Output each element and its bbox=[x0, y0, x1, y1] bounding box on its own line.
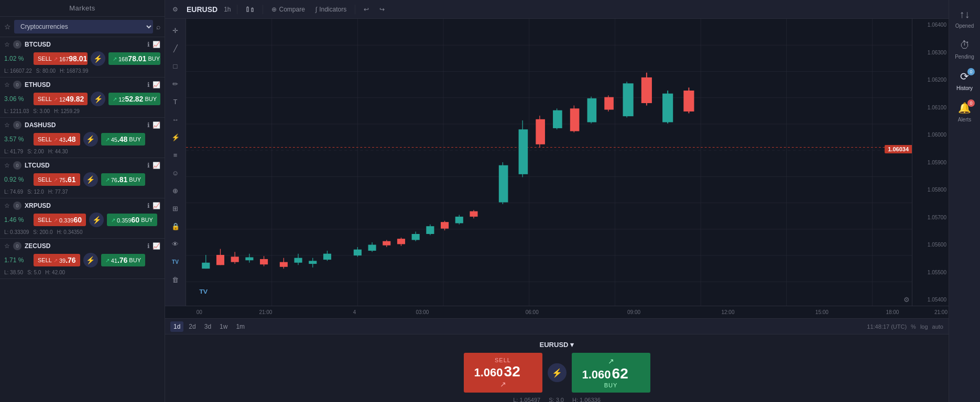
cursor-tool[interactable]: ✛ bbox=[167, 23, 184, 38]
market-info-ethusd[interactable]: ℹ bbox=[147, 81, 150, 88]
market-info-dashusd[interactable]: ℹ bbox=[147, 121, 150, 129]
layers-tool[interactable]: ⊞ bbox=[167, 201, 184, 216]
patterns-tool[interactable]: ⚡ bbox=[167, 130, 184, 144]
mid-btn-dashusd[interactable]: ⚡ bbox=[83, 132, 98, 147]
market-star-btcusd[interactable]: ☆ bbox=[4, 41, 10, 48]
trash-tool[interactable]: 🗑 bbox=[167, 272, 184, 287]
market-chart-ltcusd[interactable]: 📈 bbox=[153, 162, 160, 169]
search-button[interactable]: ⌕ bbox=[156, 23, 160, 31]
mid-btn-ltcusd[interactable]: ⚡ bbox=[83, 172, 98, 187]
history-sidebar-button[interactable]: ⟳ History 0 bbox=[949, 66, 980, 95]
sell-btn-ltcusd[interactable]: SELL ↗ 75.61 bbox=[34, 173, 80, 186]
market-low: L: 1211.03 bbox=[4, 108, 29, 114]
market-info-btcusd[interactable]: ℹ bbox=[147, 41, 150, 48]
sell-btn-dashusd[interactable]: SELL ↗ 43.48 bbox=[34, 133, 80, 146]
market-info-zecusd[interactable]: ℹ bbox=[147, 242, 150, 250]
undo-button[interactable]: ↩ bbox=[362, 5, 371, 14]
market-lsh-zecusd: L: 38.50 S: 5.0 H: 42.00 bbox=[4, 270, 160, 275]
redo-button[interactable]: ↪ bbox=[377, 5, 387, 14]
markets-title: Markets bbox=[69, 4, 95, 12]
chart-yaxis: 1.06400 1.06300 1.06200 1.06100 1.06000 … bbox=[912, 19, 949, 306]
sell-btn-zecusd[interactable]: SELL ↗ 39.76 bbox=[34, 254, 80, 266]
svg-rect-26 bbox=[202, 263, 210, 269]
sell-arrow-icon: ↗ bbox=[53, 217, 58, 223]
market-star-zecusd[interactable]: ☆ bbox=[4, 242, 10, 250]
mid-btn-ethusd[interactable]: ⚡ bbox=[91, 92, 105, 106]
mid-btn-xrpusd[interactable]: ⚡ bbox=[89, 213, 104, 227]
lock-tool[interactable]: 🔒 bbox=[167, 219, 184, 233]
trade-sell-button[interactable]: SELL 1.06032 ↗ bbox=[464, 353, 542, 393]
chart-type-icon[interactable] bbox=[244, 4, 256, 15]
timeframe-3d[interactable]: 3d bbox=[201, 321, 214, 332]
trade-sell-price-suffix: 32 bbox=[504, 363, 520, 380]
market-chart-zecusd[interactable]: 📈 bbox=[153, 242, 160, 250]
market-star-ltcusd[interactable]: ☆ bbox=[4, 162, 10, 169]
sell-btn-ethusd[interactable]: SELL ↗ 1249.82 bbox=[34, 93, 88, 105]
timeframe-2d[interactable]: 2d bbox=[186, 321, 199, 332]
market-icons-zecusd: ℹ 📈 bbox=[147, 242, 160, 250]
svg-rect-52 bbox=[412, 234, 420, 240]
buy-btn-dashusd[interactable]: ↗ 45.48 BUY bbox=[101, 133, 145, 146]
buy-btn-ethusd[interactable]: ↗ 1252.82 BUY bbox=[108, 93, 160, 105]
market-name-xrpusd: XRPUSD bbox=[25, 202, 51, 209]
text-tool[interactable]: T bbox=[167, 94, 184, 109]
market-spread: S: 200.0 bbox=[33, 229, 52, 235]
market-info-ltcusd[interactable]: ℹ bbox=[147, 162, 150, 169]
measure-tool[interactable]: ↔ bbox=[167, 112, 184, 127]
chart-settings-icon[interactable]: ⚙ bbox=[170, 5, 180, 14]
trade-buy-button[interactable]: ↗ 1.06062 BUY bbox=[572, 353, 650, 393]
indicators-side-tool[interactable]: ≡ bbox=[167, 148, 184, 162]
market-chart-xrpusd[interactable]: 📈 bbox=[153, 202, 160, 209]
shapes-tool[interactable]: □ bbox=[167, 59, 184, 73]
chart-interval[interactable]: 1h bbox=[224, 6, 231, 13]
market-high: H: 16873.99 bbox=[60, 68, 89, 74]
trade-mid-lightning-button[interactable]: ⚡ bbox=[548, 363, 567, 382]
market-info-xrpusd[interactable]: ℹ bbox=[147, 202, 150, 209]
sell-btn-btcusd[interactable]: SELL ↗ 16798.01 bbox=[34, 52, 88, 65]
market-name-btcusd: BTCUSD bbox=[25, 41, 51, 48]
trade-symbol-dropdown-icon[interactable]: ▾ bbox=[570, 341, 574, 349]
buy-btn-zecusd[interactable]: ↗ 41.76 BUY bbox=[101, 254, 145, 266]
indicators-button[interactable]: ∫ Indicators bbox=[313, 5, 349, 14]
buy-btn-btcusd[interactable]: ↗ 16878.01 BUY bbox=[108, 52, 160, 65]
market-prices-ltcusd: 0.92 % SELL ↗ 75.61 ⚡ ↗ 76.81 BUY bbox=[4, 172, 160, 187]
timeframe-1m[interactable]: 1m bbox=[233, 321, 248, 332]
market-item-left: ☆ 0 BTCUSD bbox=[4, 40, 51, 49]
market-star-xrpusd[interactable]: ☆ bbox=[4, 202, 10, 209]
svg-rect-54 bbox=[426, 226, 434, 234]
market-icons-dashusd: ℹ 📈 bbox=[147, 121, 160, 129]
category-dropdown[interactable]: Cryptocurrencies bbox=[14, 20, 153, 34]
buy-btn-ltcusd[interactable]: ↗ 76.81 BUY bbox=[101, 173, 145, 186]
market-item-header: ☆ 0 ZECUSD ℹ 📈 bbox=[4, 242, 160, 250]
market-chart-btcusd[interactable]: 📈 bbox=[153, 41, 160, 48]
sell-arrow-icon: ↗ bbox=[53, 56, 58, 62]
mid-btn-btcusd[interactable]: ⚡ bbox=[91, 51, 105, 66]
pending-sidebar-button[interactable]: ⏱ Pending bbox=[949, 35, 980, 64]
trade-sell-price-prefix: 1.060 bbox=[474, 366, 503, 379]
buy-btn-xrpusd[interactable]: ↗ 0.35960 BUY bbox=[107, 214, 157, 226]
emoji-tool[interactable]: ☺ bbox=[167, 165, 184, 180]
market-icons-xrpusd: ℹ 📈 bbox=[147, 202, 160, 209]
alerts-sidebar-button[interactable]: 🔔 Alerts 0 bbox=[949, 97, 980, 127]
market-chart-ethusd[interactable]: 📈 bbox=[153, 81, 160, 88]
favorites-star-icon[interactable]: ☆ bbox=[4, 23, 11, 31]
line-tool[interactable]: ╱ bbox=[167, 41, 184, 55]
svg-rect-34 bbox=[260, 259, 268, 264]
trade-symbol: EURUSD bbox=[540, 341, 569, 349]
compare-button[interactable]: ⊕ Compare bbox=[269, 5, 307, 14]
markets-header: Markets bbox=[0, 0, 165, 17]
opened-sidebar-button[interactable]: ↑↓ Opened bbox=[949, 4, 980, 33]
chart-timestamp: 11:48:17 (UTC) bbox=[867, 323, 907, 330]
market-star-dashusd[interactable]: ☆ bbox=[4, 121, 10, 129]
sell-btn-xrpusd[interactable]: SELL ↗ 0.33960 bbox=[34, 214, 86, 226]
zoom-tool[interactable]: ⊕ bbox=[167, 183, 184, 198]
chart-settings-gear-icon[interactable]: ⚙ bbox=[903, 296, 910, 304]
market-chart-dashusd[interactable]: 📈 bbox=[153, 121, 160, 129]
eye-tool[interactable]: 👁 bbox=[167, 237, 184, 251]
timeframe-1d[interactable]: 1d bbox=[170, 321, 183, 332]
timeframe-1w[interactable]: 1w bbox=[216, 321, 231, 332]
buy-label: BUY bbox=[129, 136, 141, 142]
market-star-ethusd[interactable]: ☆ bbox=[4, 81, 10, 88]
mid-btn-zecusd[interactable]: ⚡ bbox=[83, 253, 98, 267]
pen-tool[interactable]: ✏ bbox=[167, 76, 184, 91]
